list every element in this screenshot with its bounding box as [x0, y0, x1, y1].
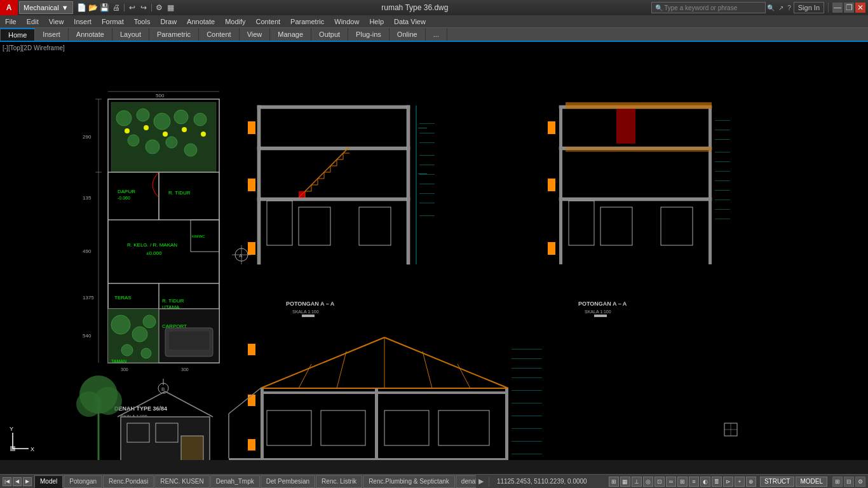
menu-item-view[interactable]: View: [44, 15, 69, 28]
menu-item-format[interactable]: Format: [97, 15, 129, 28]
svg-text:————————: ————————: [512, 366, 542, 370]
svg-text:————: ————: [715, 137, 730, 141]
svg-text:————: ————: [419, 153, 435, 157]
menu-item-window[interactable]: Window: [329, 15, 364, 28]
close-button[interactable]: ✕: [855, 3, 865, 13]
new-btn[interactable]: 📄: [77, 3, 87, 13]
grid-tool[interactable]: ▦: [620, 477, 630, 487]
minimize-button[interactable]: —: [832, 3, 843, 13]
drawing-area[interactable]: DAPUR -0.060 R. TIDUR R. KELG. / R. MAKA…: [0, 42, 868, 460]
sign-in-button[interactable]: Sign In: [794, 2, 824, 13]
open-btn[interactable]: 📂: [88, 3, 98, 13]
model-indicator[interactable]: MODEL: [796, 477, 827, 487]
sheet-tab-denah-tmpk[interactable]: Denah_Tmpk: [210, 475, 260, 488]
nav-first[interactable]: |◀: [3, 477, 11, 486]
menu-item-modify[interactable]: Modify: [220, 15, 250, 28]
svg-rect-131: [548, 121, 555, 134]
svg-text:X: X: [31, 446, 34, 452]
sheet-tab-renc-pondasi[interactable]: Renc.Pondasi: [103, 475, 154, 488]
polar-tool[interactable]: ◎: [643, 477, 653, 487]
svg-point-4: [137, 109, 149, 121]
save-btn[interactable]: 💾: [100, 3, 110, 13]
svg-point-39: [121, 344, 133, 356]
svg-text:300: 300: [181, 367, 189, 372]
drawing-canvas[interactable]: DAPUR -0.060 R. TIDUR R. KELG. / R. MAKA…: [0, 42, 868, 460]
svg-rect-161: [248, 344, 255, 355]
svg-text:————————: ————————: [512, 452, 542, 456]
extra-btn[interactable]: ⚙: [154, 3, 165, 13]
display-option-icon[interactable]: ⊟: [844, 477, 854, 487]
ribbon-tab-output[interactable]: Output: [311, 28, 348, 41]
menu-item-help[interactable]: Help: [364, 15, 389, 28]
ortho-tool[interactable]: ⊥: [632, 477, 642, 487]
svg-text:540: 540: [83, 333, 92, 339]
svg-text:——: ——: [418, 125, 427, 130]
ribbon-tab-plug-ins[interactable]: Plug-ins: [348, 28, 390, 41]
workspace-tool[interactable]: ⊕: [746, 477, 756, 487]
sheet-tab-model[interactable]: Model: [34, 475, 63, 488]
sheet-tab-potongan[interactable]: Potongan: [64, 475, 102, 488]
maximize-button[interactable]: ❐: [844, 3, 854, 13]
ribbon-tab-parametric[interactable]: Parametric: [149, 28, 199, 41]
ribbon-tab-online[interactable]: Online: [390, 28, 426, 41]
lineweight-tool[interactable]: ≡: [689, 477, 699, 487]
annotate-tool[interactable]: +: [735, 477, 745, 487]
quickprop-tool[interactable]: ≣: [712, 477, 722, 487]
transparency-tool[interactable]: ◐: [700, 477, 710, 487]
nav-next[interactable]: ▶: [23, 477, 32, 486]
svg-text:SKALA 1:100: SKALA 1:100: [585, 309, 611, 314]
menu-item-data-view[interactable]: Data View: [389, 15, 431, 28]
svg-rect-174: [261, 388, 264, 460]
svg-rect-140: [566, 147, 712, 152]
svg-text:A: A: [239, 253, 243, 259]
menu-item-file[interactable]: File: [0, 15, 22, 28]
ribbon-tab-manage[interactable]: Manage: [270, 28, 311, 41]
otrack-tool[interactable]: ∞: [666, 477, 676, 487]
sheet-tab-renc--listrik[interactable]: Renc. Listrik: [316, 475, 362, 488]
menu-item-insert[interactable]: Insert: [69, 15, 97, 28]
menu-item-draw[interactable]: Draw: [155, 15, 182, 28]
svg-text:490: 490: [83, 248, 92, 254]
ribbon-tab-layout[interactable]: Layout: [112, 28, 149, 41]
redo-btn[interactable]: ↪: [139, 3, 149, 13]
workspace-dropdown[interactable]: Mechanical ▼: [19, 1, 73, 14]
svg-rect-85: [248, 179, 255, 191]
osnap-tool[interactable]: ⊡: [654, 477, 665, 487]
svg-text:————————: ————————: [512, 439, 542, 443]
menu-item-annotate[interactable]: Annotate: [182, 15, 220, 28]
plot-btn[interactable]: ▦: [166, 3, 176, 13]
svg-rect-46: [168, 331, 210, 350]
settings-icon[interactable]: ⚙: [855, 477, 865, 487]
snap-tool[interactable]: ⊞: [609, 477, 619, 487]
menu-item-content[interactable]: Content: [251, 15, 286, 28]
menu-item-tools[interactable]: Tools: [129, 15, 156, 28]
svg-point-9: [146, 140, 159, 154]
struct-indicator[interactable]: STRUCT: [760, 477, 795, 487]
menu-item-parametric[interactable]: Parametric: [285, 15, 329, 28]
app-icon[interactable]: A: [0, 0, 18, 15]
ribbon-tab-insert[interactable]: Insert: [35, 28, 69, 41]
sheet-tab-renc-plumbing---septictank[interactable]: Renc.Plumbing & Septictank: [363, 475, 455, 488]
layout-grid-icon[interactable]: ⊞: [832, 477, 843, 487]
sheet-tab-denah---tampak[interactable]: denah & tampak: [456, 475, 476, 488]
ribbon-tab-home[interactable]: Home: [0, 28, 35, 41]
ribbon-tab-view[interactable]: View: [240, 28, 271, 41]
scroll-right[interactable]: ▶: [476, 477, 486, 485]
allow-disallow-tool[interactable]: ⊞: [677, 477, 688, 487]
ribbon-tab----[interactable]: ...: [426, 28, 447, 41]
svg-text:————: ————: [715, 188, 730, 192]
sheet-tab-det-pembesian[interactable]: Det Pembesian: [261, 475, 315, 488]
ribbon-tab-content[interactable]: Content: [199, 28, 240, 41]
search-box[interactable]: 🔍 Type a keyword or phrase: [651, 2, 766, 13]
menubar: FileEditViewInsertFormatToolsDrawAnnotat…: [0, 15, 868, 28]
undo-btn[interactable]: ↩: [127, 3, 137, 13]
ribbon-tab-annotate[interactable]: Annotate: [69, 28, 112, 41]
sheet-tab-renc--kusen[interactable]: RENC. KUSEN: [154, 475, 209, 488]
print-btn[interactable]: 🖨: [111, 3, 121, 13]
svg-text:R. TIDUR: R. TIDUR: [162, 298, 184, 304]
svg-text:DENAH TYPE 36/84: DENAH TYPE 36/84: [114, 405, 167, 412]
menu-item-edit[interactable]: Edit: [22, 15, 44, 28]
selection-tool[interactable]: ⊳: [723, 477, 733, 487]
share-icon: ↗: [778, 4, 783, 11]
nav-prev[interactable]: ◀: [13, 477, 22, 486]
